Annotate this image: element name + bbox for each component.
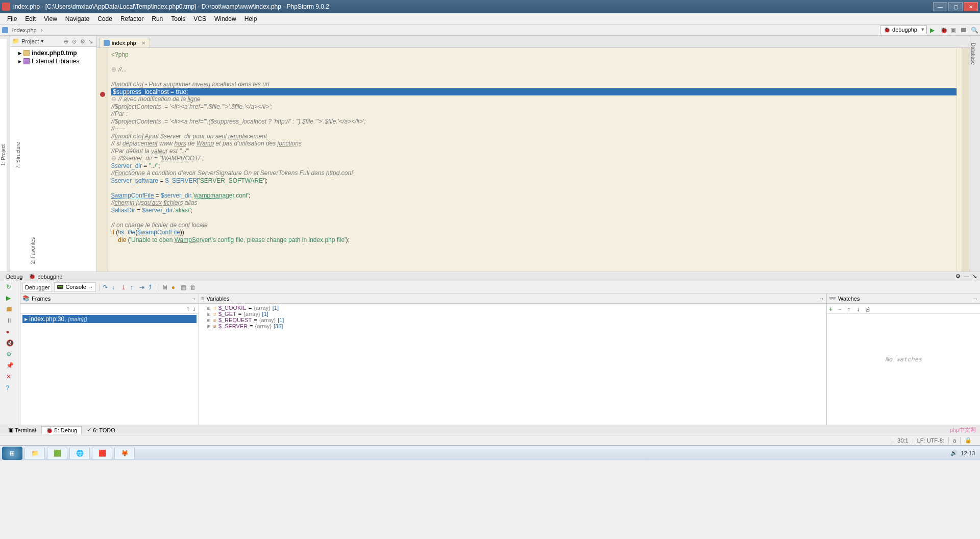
menu-edit[interactable]: Edit [21, 14, 40, 23]
menu-view[interactable]: View [40, 14, 61, 23]
tool-tab-structure[interactable]: 7: Structure [15, 39, 21, 272]
minimize-icon[interactable]: — [964, 273, 969, 280]
hide-icon[interactable]: ↘ [88, 38, 94, 44]
step-into-button[interactable]: ↓ [112, 284, 119, 291]
status-encoding[interactable]: LF: UTF-8: [913, 437, 948, 444]
close-button[interactable]: ✕ [964, 2, 978, 11]
collapse-icon[interactable]: ⊕ [64, 38, 70, 44]
tool-tab-database[interactable]: Database [970, 39, 976, 272]
tab-debugger[interactable]: Debugger [22, 283, 52, 292]
breakpoint-icon[interactable] [100, 92, 105, 97]
layout-button[interactable]: ▦ [181, 284, 188, 291]
help-button[interactable]: ? [6, 384, 14, 393]
run-button[interactable]: ▶ [930, 27, 937, 34]
tool-tab-favorites[interactable]: 2: Favorites [30, 233, 36, 268]
variables-tree[interactable]: ≡$_COOKIE = {array} [1] ≡$_GET = {array}… [199, 304, 826, 425]
menu-refactor[interactable]: Refactor [116, 14, 148, 23]
breadcrumb-item[interactable]: index.php [10, 27, 39, 33]
var-row[interactable]: ≡$_SERVER = {array} [35] [201, 323, 824, 329]
target-icon[interactable]: ⊙ [72, 38, 78, 44]
editor-scrollbar[interactable] [962, 48, 970, 272]
pin-button[interactable]: 📌 [6, 362, 14, 370]
search-icon[interactable]: 🔍 [971, 27, 978, 34]
gear-icon[interactable]: ⚙ [955, 273, 961, 280]
tab-terminal[interactable]: ▣ Terminal [4, 426, 40, 434]
taskbar-app-wamp[interactable]: 🟩 [47, 447, 67, 460]
next-frame-icon[interactable]: ↓ [192, 305, 195, 312]
remove-watch-button[interactable]: − [838, 306, 844, 312]
gear-icon[interactable]: ⚙ [80, 38, 86, 44]
tree-root[interactable]: ▸index.php0.tmp [11, 49, 95, 57]
hide-icon[interactable]: ↘ [972, 273, 977, 280]
taskbar-app-firefox[interactable]: 🦊 [114, 447, 135, 460]
var-row[interactable]: ≡$_REQUEST = {array} [1] [201, 317, 824, 323]
mute-breakpoints-button[interactable]: 🔇 [6, 339, 14, 348]
pause-button[interactable]: ⏸ [6, 317, 14, 325]
taskbar-app-explorer[interactable]: 📁 [24, 447, 45, 460]
start-button[interactable]: ⊞ [2, 447, 22, 460]
system-tray[interactable]: 🔊 12:13 [947, 450, 978, 456]
close-tab-icon[interactable]: ✕ [141, 40, 145, 46]
stop-button[interactable]: ⯀ [6, 306, 14, 314]
var-row[interactable]: ≡$_COOKIE = {array} [1] [201, 305, 824, 311]
run-to-cursor-button[interactable]: ⇥ [139, 284, 146, 291]
menu-file[interactable]: File [3, 14, 21, 23]
force-step-into-button[interactable]: ⤓ [121, 284, 128, 291]
editor-gutter[interactable] [97, 48, 108, 272]
tab-console[interactable]: 📟 Console → [54, 282, 95, 292]
status-lock-icon[interactable]: 🔒 [960, 437, 976, 444]
add-watch-button[interactable]: + [829, 306, 835, 312]
resume-button[interactable]: ▶ [6, 295, 14, 303]
taskbar-app-chrome[interactable]: 🌐 [69, 447, 90, 460]
tab-debug[interactable]: 🐞 5: Debug [41, 426, 82, 434]
settings-button[interactable]: ⚙ [6, 351, 14, 359]
duplicate-button[interactable]: ⎘ [866, 306, 872, 312]
menu-vcs[interactable]: VCS [189, 14, 210, 23]
menu-window[interactable]: Window [210, 14, 240, 23]
menu-tools[interactable]: Tools [167, 14, 189, 23]
maximize-button[interactable]: ▢ [948, 2, 963, 11]
hide-icon[interactable]: → [819, 296, 824, 301]
debug-button[interactable]: 🐞 [940, 27, 947, 34]
run-config-combo[interactable]: 🐞 debugphp [880, 26, 927, 34]
menu-run[interactable]: Run [148, 14, 167, 23]
tree-external-libraries[interactable]: ▸External Libraries [11, 57, 95, 65]
editor-body[interactable]: <?php ⊕//... //[modif oto] - Pour suppri… [97, 48, 970, 272]
show-execution-button[interactable]: ● [172, 284, 179, 291]
var-row[interactable]: ≡$_GET = {array} [1] [201, 311, 824, 317]
taskbar-app-phpstorm[interactable]: 🟥 [92, 447, 112, 460]
overview-ruler[interactable] [957, 48, 962, 272]
status-insert-mode[interactable]: a [948, 437, 960, 444]
prev-frame-icon[interactable]: ↑ [186, 305, 189, 312]
tab-todo[interactable]: ✓ 6: TODO [83, 426, 119, 434]
stop-button[interactable]: ⯀ [961, 27, 968, 34]
coverage-button[interactable]: ▣ [950, 27, 958, 34]
hide-icon[interactable]: → [191, 296, 197, 301]
menu-navigate[interactable]: Navigate [61, 14, 93, 23]
step-out-button[interactable]: ↑ [130, 284, 137, 291]
step-over-button[interactable]: ↷ [103, 284, 110, 291]
move-up-button[interactable]: ↑ [847, 306, 853, 312]
rerun-button[interactable]: ↻ [6, 283, 14, 291]
minimize-button[interactable]: — [933, 2, 947, 11]
status-caret-pos[interactable]: 30:1 [893, 437, 912, 444]
hide-icon[interactable]: → [972, 296, 978, 301]
drop-frame-button[interactable]: ⤴ [149, 284, 156, 291]
code-area[interactable]: <?php ⊕//... //[modif oto] - Pour suppri… [108, 48, 957, 272]
dropdown-icon[interactable]: ▾ [41, 38, 44, 44]
move-down-button[interactable]: ↓ [856, 306, 863, 312]
close-button[interactable]: ✕ [6, 373, 14, 381]
evaluate-button[interactable]: 🖩 [162, 284, 169, 291]
tray-clock[interactable]: 12:13 [961, 450, 975, 456]
frames-list[interactable]: ▸ index.php:30, {main}() [20, 314, 199, 425]
debug-session-tab[interactable]: 🐞debugphp [26, 273, 65, 280]
tray-network-icon[interactable]: 🔊 [950, 450, 958, 456]
editor-tab-index[interactable]: index.php ✕ [99, 38, 150, 47]
view-breakpoints-button[interactable]: ● [6, 328, 14, 336]
restore-button[interactable]: 🗑 [190, 284, 197, 291]
watches-list[interactable]: No watches [827, 314, 980, 425]
menu-help[interactable]: Help [240, 14, 261, 23]
menu-code[interactable]: Code [93, 14, 116, 23]
frame-row[interactable]: ▸ index.php:30, {main}() [22, 315, 197, 323]
tool-tab-project[interactable]: 1: Project [0, 39, 7, 272]
